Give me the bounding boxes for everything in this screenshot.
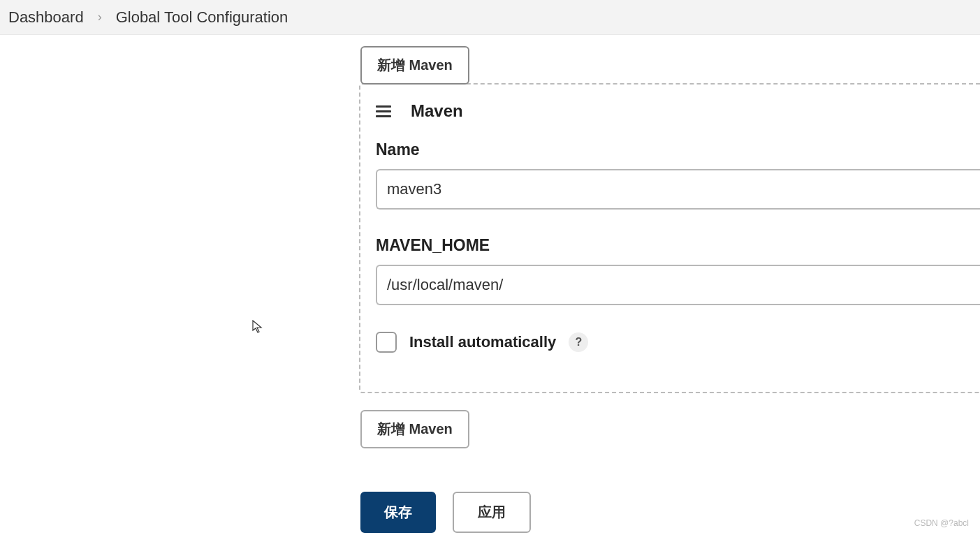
add-maven-button-bottom[interactable]: 新增 Maven <box>360 410 469 448</box>
apply-button[interactable]: 应用 <box>453 492 531 533</box>
install-auto-checkbox[interactable] <box>376 332 397 353</box>
name-input[interactable] <box>376 169 980 210</box>
install-auto-row: Install automatically ? <box>376 332 980 353</box>
drag-handle-icon[interactable] <box>376 105 391 117</box>
maven-home-label: MAVEN_HOME <box>376 236 980 255</box>
watermark: CSDN @?abcl <box>914 518 969 528</box>
maven-home-group: MAVEN_HOME <box>376 236 980 305</box>
name-group: Name <box>376 140 980 210</box>
help-icon[interactable]: ? <box>569 332 588 352</box>
save-button[interactable]: 保存 <box>360 492 436 533</box>
maven-home-input[interactable] <box>376 265 980 305</box>
chevron-right-icon: › <box>85 10 115 24</box>
name-label: Name <box>376 140 980 159</box>
maven-config-panel: Maven Name MAVEN_HOME Install automatica… <box>359 83 980 393</box>
main-content: 新增 Maven Maven Name MAVEN_HOME Install a… <box>0 35 980 533</box>
footer-buttons: 保存 应用 <box>360 492 980 533</box>
breadcrumb-dashboard[interactable]: Dashboard <box>7 8 85 27</box>
add-maven-button-top[interactable]: 新增 Maven <box>360 46 469 85</box>
section-header: Maven <box>376 101 980 121</box>
breadcrumb: Dashboard › Global Tool Configuration <box>0 0 980 35</box>
section-title: Maven <box>411 101 463 121</box>
breadcrumb-current[interactable]: Global Tool Configuration <box>115 8 290 27</box>
install-auto-label: Install automatically <box>409 333 556 351</box>
